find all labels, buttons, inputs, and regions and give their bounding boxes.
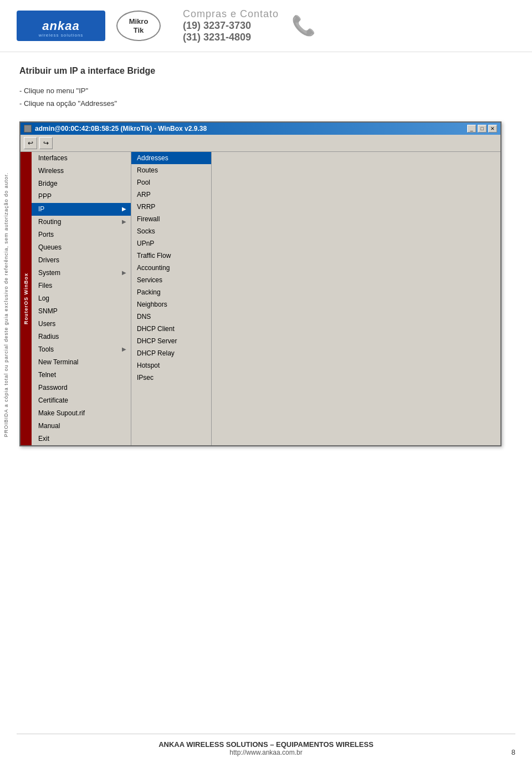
winbox-controls: _ □ ✕ xyxy=(467,125,497,133)
menu-item-label: Wireless xyxy=(38,167,64,175)
submenu-item-neighbors[interactable]: Neighbors xyxy=(131,298,211,311)
winbox-window: admin@00:0C:42:0B:58:25 (MikroTik) - Win… xyxy=(19,121,502,446)
menu-item-tools[interactable]: Tools▶ xyxy=(32,343,131,356)
submenu-item-traffic-flow[interactable]: Traffic Flow xyxy=(131,250,211,262)
menu-arrow-icon: ▶ xyxy=(122,218,126,225)
menu-item-bridge[interactable]: Bridge xyxy=(32,177,131,190)
footer-separator xyxy=(17,734,515,734)
close-button[interactable]: ✕ xyxy=(488,125,497,133)
mikrotik-logo: MikroTik xyxy=(116,11,161,41)
winbox-body: RouterOS WinBox InterfacesWirelessBridge… xyxy=(21,152,500,445)
submenu-item-routes[interactable]: Routes xyxy=(131,164,211,176)
menu-item-users[interactable]: Users xyxy=(32,318,131,330)
menu-item-password[interactable]: Password xyxy=(32,382,131,394)
menu-arrow-icon: ▶ xyxy=(122,269,126,276)
menu-item-label: Log xyxy=(38,294,49,302)
submenu-item-arp[interactable]: ARP xyxy=(131,189,211,201)
menu-item-exit[interactable]: Exit xyxy=(32,433,131,445)
submenu-item-dhcp-client[interactable]: DHCP Client xyxy=(131,323,211,335)
submenu-item-addresses[interactable]: Addresses xyxy=(131,152,211,164)
winbox-toolbar: ↩ ↪ xyxy=(21,135,500,152)
menu-item-routing[interactable]: Routing▶ xyxy=(32,216,131,228)
instruction-line-2: - Clique na opção "Addresses" xyxy=(19,97,515,110)
menu-item-wireless[interactable]: Wireless xyxy=(32,165,131,177)
menu-item-label: Queues xyxy=(38,243,62,251)
maximize-button[interactable]: □ xyxy=(478,125,487,133)
menu-item-label: Ports xyxy=(38,231,54,238)
submenu-item-dns[interactable]: DNS xyxy=(131,311,211,323)
page-header: ankaa wireless solutions MikroTik Compra… xyxy=(0,0,532,52)
menu-item-label: Files xyxy=(38,282,52,289)
routeros-side-label: RouterOS WinBox xyxy=(21,152,32,445)
menu-arrow-icon: ▶ xyxy=(122,346,126,352)
menu-item-label: Make Supout.rif xyxy=(38,409,85,417)
winbox-icon xyxy=(24,125,32,133)
submenu-item-ipsec[interactable]: IPsec xyxy=(131,372,211,384)
submenu-item-pool[interactable]: Pool xyxy=(131,176,211,189)
menu-item-label: Radius xyxy=(38,333,59,340)
menu-item-log[interactable]: Log xyxy=(32,292,131,305)
menu-item-ip[interactable]: IP▶ xyxy=(32,203,131,216)
submenu-item-vrrp[interactable]: VRRP xyxy=(131,201,211,213)
contact-info: Compras e Contato (19) 3237-3730 (31) 32… xyxy=(183,8,279,43)
minimize-button[interactable]: _ xyxy=(467,125,476,133)
submenu-item-services[interactable]: Services xyxy=(131,274,211,286)
page-number: 8 xyxy=(511,748,515,756)
menu-item-ports[interactable]: Ports xyxy=(32,228,131,241)
submenu-item-upnp[interactable]: UPnP xyxy=(131,237,211,250)
submenu-item-accounting[interactable]: Accounting xyxy=(131,262,211,274)
menu-item-label: New Terminal xyxy=(38,358,78,366)
watermark: PROIBIDA a cópia total ou parcial deste … xyxy=(0,111,12,499)
menu-item-label: Tools xyxy=(38,345,54,353)
menu-item-manual[interactable]: Manual xyxy=(32,420,131,433)
menu-item-label: Drivers xyxy=(38,256,59,264)
submenu-item-hotspot[interactable]: Hotspot xyxy=(131,359,211,372)
menu-item-label: IP xyxy=(38,205,44,213)
menu-item-telnet[interactable]: Telnet xyxy=(32,369,131,382)
menu-item-make-supout.rif[interactable]: Make Supout.rif xyxy=(32,407,131,420)
submenu-item-firewall[interactable]: Firewall xyxy=(131,213,211,225)
menu-item-new-terminal[interactable]: New Terminal xyxy=(32,356,131,369)
main-content-area xyxy=(212,152,500,445)
menu-item-label: Interfaces xyxy=(38,154,68,162)
back-button[interactable]: ↩ xyxy=(24,137,37,149)
menu-item-label: Manual xyxy=(38,422,60,430)
page-content: Atribuir um IP a interface Bridge - Cliq… xyxy=(0,52,532,460)
footer-company: ANKAA WIRELESS SOLUTIONS – EQUIPAMENTOS … xyxy=(0,740,532,749)
contact-section: Compras e Contato (19) 3237-3730 (31) 32… xyxy=(183,8,318,43)
submenu-item-dhcp-server[interactable]: DHCP Server xyxy=(131,335,211,347)
submenu-item-dhcp-relay[interactable]: DHCP Relay xyxy=(131,347,211,359)
menu-item-files[interactable]: Files xyxy=(32,279,131,292)
menu-item-label: SNMP xyxy=(38,307,58,315)
instruction-line-1: - Clique no menu "IP" xyxy=(19,84,515,97)
menu-arrow-icon: ▶ xyxy=(122,206,126,212)
menu-item-label: Telnet xyxy=(38,371,56,379)
menu-item-interfaces[interactable]: Interfaces xyxy=(32,152,131,165)
menu-item-label: Password xyxy=(38,384,68,391)
page-footer: ANKAA WIRELESS SOLUTIONS – EQUIPAMENTOS … xyxy=(0,740,532,756)
menu-item-snmp[interactable]: SNMP xyxy=(32,305,131,318)
menu-item-certificate[interactable]: Certificate xyxy=(32,394,131,407)
footer-url: http://www.ankaa.com.br xyxy=(0,749,532,756)
menu-item-label: Bridge xyxy=(38,180,58,187)
menu-item-label: PPP xyxy=(38,192,52,200)
menu-item-queues[interactable]: Queues xyxy=(32,241,131,254)
submenu-item-packing[interactable]: Packing xyxy=(131,286,211,298)
menu-panel: InterfacesWirelessBridgePPPIP▶Routing▶Po… xyxy=(32,152,131,445)
instruction-block: Atribuir um IP a interface Bridge - Cliq… xyxy=(19,66,515,110)
forward-button[interactable]: ↪ xyxy=(39,137,53,149)
menu-item-system[interactable]: System▶ xyxy=(32,267,131,279)
menu-item-radius[interactable]: Radius xyxy=(32,330,131,343)
submenu-item-socks[interactable]: Socks xyxy=(131,225,211,237)
page-title: Atribuir um IP a interface Bridge xyxy=(19,66,515,76)
phone-icon: 📞 xyxy=(290,12,318,40)
submenu-panel: AddressesRoutesPoolARPVRRPFirewallSocksU… xyxy=(131,152,212,445)
menu-item-ppp[interactable]: PPP xyxy=(32,190,131,203)
menu-item-label: System xyxy=(38,269,60,277)
menu-item-label: Users xyxy=(38,320,55,328)
menu-item-label: Certificate xyxy=(38,396,68,404)
menu-item-drivers[interactable]: Drivers xyxy=(32,254,131,267)
winbox-title: admin@00:0C:42:0B:58:25 (MikroTik) - Win… xyxy=(24,125,207,133)
menu-item-label: Routing xyxy=(38,218,61,226)
winbox-titlebar: admin@00:0C:42:0B:58:25 (MikroTik) - Win… xyxy=(21,123,500,135)
